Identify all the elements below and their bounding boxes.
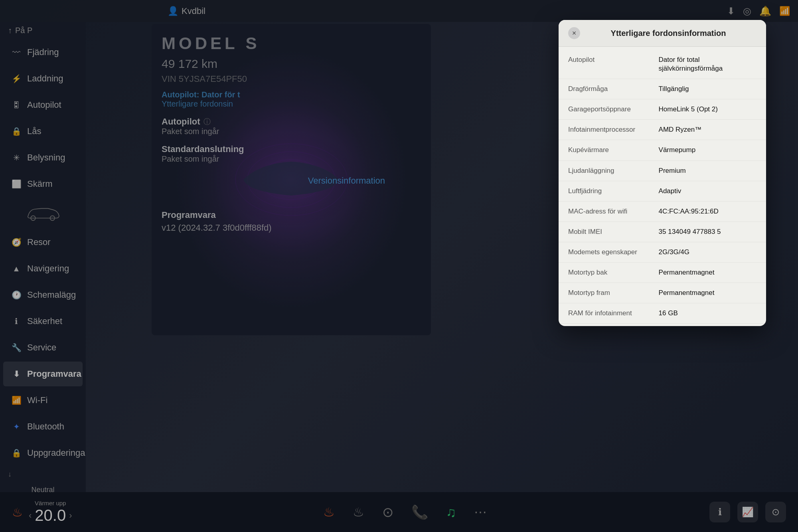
modal-overlay: × Ytterligare fordonsinformation Autopil… [0,0,798,532]
modal-row-value: AMD Ryzen™ [659,125,757,134]
modal-row-value: Dator för total självkörningsförmåga [659,55,757,73]
modal-row-value: 16 GB [659,309,757,318]
modal-row-label: Kupévärmare [568,146,653,154]
modal-header: × Ytterligare fordonsinformation [559,20,766,47]
modal-row: Dragförmåga Tillgänglig [559,79,766,99]
modal-title: Ytterligare fordonsinformation [580,29,757,38]
modal-row-label: Luftfjädring [568,187,653,196]
modal-row: RAM för infotainment 16 GB [559,303,766,324]
modal-row-label: Garageportsöppnare [568,105,653,114]
modal-row: Ljudanläggning Premium [559,161,766,181]
modal-row-value: Permanentmagnet [659,268,757,277]
modal-row: Motortyp fram Permanentmagnet [559,283,766,303]
modal-row-value: Tillgänglig [659,85,757,93]
modal-row-value: 2G/3G/4G [659,248,757,257]
modal-row-label: Infotainmentprocessor [568,125,653,134]
modal-row-label: RAM för infotainment [568,309,653,318]
modal-row-label: Modemets egenskaper [568,248,653,257]
modal-row-value: HomeLink 5 (Opt 2) [659,105,757,114]
modal-row: Motortyp bak Permanentmagnet [559,263,766,283]
modal-row: Kupévärmare Värmepump [559,140,766,160]
modal-row-label: Autopilot [568,55,653,64]
modal-row-label: Mobilt IMEI [568,227,653,236]
modal-row-value: Värmepump [659,146,757,154]
modal-row-label: Motortyp bak [568,268,653,277]
vehicle-info-modal: × Ytterligare fordonsinformation Autopil… [559,20,766,326]
modal-body: Autopilot Dator för total självkörningsf… [559,47,766,326]
modal-row-value: 35 134049 477883 5 [659,227,757,236]
modal-row-label: Dragförmåga [568,85,653,93]
modal-row-label: Motortyp fram [568,289,653,297]
modal-row: Autopilot Dator för total självkörningsf… [559,50,766,79]
modal-row: Mobilt IMEI 35 134049 477883 5 [559,222,766,242]
modal-row-label: Ljudanläggning [568,166,653,175]
modal-row: Typ av lågspänningsbatteri Litiumjon [559,324,766,326]
modal-row-value: Permanentmagnet [659,289,757,297]
modal-row: Garageportsöppnare HomeLink 5 (Opt 2) [559,99,766,120]
modal-row-value: Adaptiv [659,187,757,196]
modal-row: Infotainmentprocessor AMD Ryzen™ [559,120,766,140]
modal-row: Luftfjädring Adaptiv [559,181,766,202]
modal-row-label: MAC-adress för wifi [568,207,653,216]
modal-row-value: Premium [659,166,757,175]
modal-row: Modemets egenskaper 2G/3G/4G [559,242,766,263]
modal-row: MAC-adress för wifi 4C:FC:AA:95:21:6D [559,202,766,222]
modal-close-button[interactable]: × [568,27,580,39]
modal-row-value: 4C:FC:AA:95:21:6D [659,207,757,216]
